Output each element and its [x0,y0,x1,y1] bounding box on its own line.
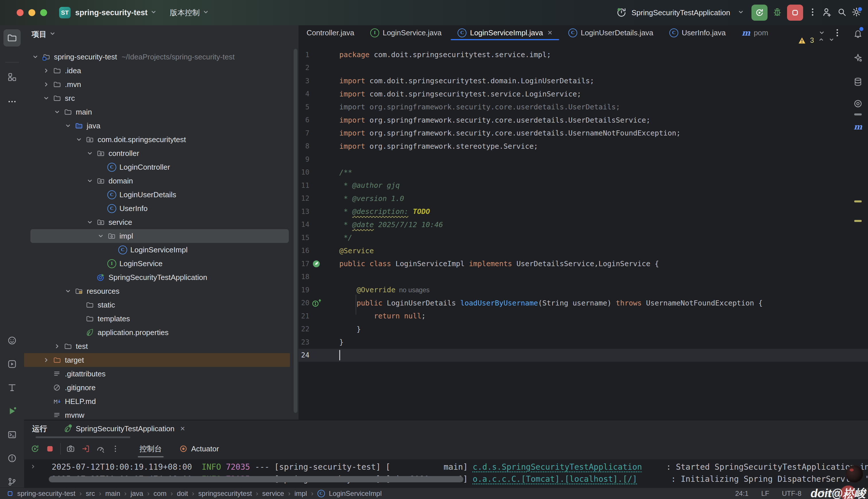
tab-actuator[interactable]: Actuator [179,445,219,453]
project-menu[interactable]: spring-security-test [75,8,148,17]
code-line-2[interactable]: 2 [298,61,868,75]
settings-button[interactable] [851,7,862,19]
breadcrumb-item[interactable]: impl [295,489,307,498]
run-configuration-selector[interactable]: SpringSecurityTestApplication [632,8,730,17]
tree-row-.idea[interactable]: .idea [24,64,298,77]
breadcrumb-item[interactable]: doit [177,489,188,498]
tab-LoginServiceImpl.java[interactable]: CLoginServiceImpl.java× [449,25,560,40]
bean-gutter-icon[interactable] [312,259,325,268]
add-user-button[interactable] [822,7,832,19]
console-output[interactable]: 2025-07-12T10:00:19.119+08:00 INFO 72035… [24,459,868,488]
breadcrumb-item[interactable]: com [153,489,166,498]
project-folder-icon[interactable] [3,29,21,47]
code-line-4[interactable]: 4import com.doit.springsecuritytest.serv… [298,88,868,101]
tab-Controller.java[interactable]: Controller.java [298,25,362,40]
chevron-down-icon[interactable] [76,136,86,143]
breadcrumb-item[interactable]: main [106,489,120,498]
tree-row-HELP.md[interactable]: HELP.md [24,394,298,408]
tree-row-mvnw[interactable]: mvnw [24,408,298,420]
inspection-widget[interactable]: 3 [798,36,835,45]
vcs-menu[interactable]: 版本控制 [170,8,200,18]
rerun-run-button[interactable] [752,4,768,21]
next-issue-icon[interactable] [828,36,835,45]
tree-row-resources[interactable]: resources [24,284,298,298]
prev-issue-icon[interactable] [818,36,824,45]
ai-chat-icon[interactable] [3,332,21,349]
code-line-15[interactable]: 15 */ [298,231,868,244]
tree-row-spring-security-test[interactable]: spring-security-test~/IdeaProjects/sprin… [24,50,298,64]
error-stripe-mark[interactable] [854,113,862,115]
tree-row-LoginService[interactable]: ILoginService [24,257,298,270]
close-icon[interactable]: × [548,28,552,37]
tree-row-static[interactable]: static [24,298,298,312]
code-line-18[interactable]: 18 [298,270,868,284]
kebab-icon[interactable] [808,7,818,18]
code-line-3[interactable]: 3import com.doit.springsecuritytest.doma… [298,74,868,88]
rerun-green-icon[interactable] [29,442,41,455]
camera-icon[interactable] [64,442,77,455]
run-tool-icon[interactable] [3,403,21,420]
tree-row-main[interactable]: main [24,105,298,119]
breadcrumb-item[interactable]: springsecuritytest [198,489,252,498]
tree-row-SpringSecurityTestApplication[interactable]: SpringSecurityTestApplication [24,270,298,284]
tree-row-impl[interactable]: impl [30,229,289,243]
breadcrumb[interactable]: spring-security-test›src›main›java›com›d… [7,489,382,498]
code-line-9[interactable]: 9 [298,153,868,166]
tree-row-domain[interactable]: domain [24,174,298,188]
code-line-1[interactable]: 1package com.doit.springsecuritytest.ser… [298,48,868,61]
tree-row-LoginServiceImpl[interactable]: CLoginServiceImpl [24,243,298,257]
notifications-bell-icon[interactable] [851,26,865,41]
kebab-gray-icon[interactable] [109,442,122,455]
run-tab[interactable]: SpringSecurityTestApplication × [63,424,185,433]
exit-icon[interactable] [79,442,92,455]
close-window-button[interactable] [17,9,24,16]
chevron-down-icon[interactable] [32,54,42,60]
problems-icon[interactable] [3,450,21,467]
code-line-13[interactable]: 13 * @description: TODO [298,205,868,218]
chevron-down-icon[interactable] [43,95,53,101]
line-separator[interactable]: LF [761,489,769,498]
chevron-down-icon[interactable] [87,178,97,184]
code-line-12[interactable]: 12 * @version 1.0 [298,192,868,205]
tree-row-LoginController[interactable]: CLoginController [24,160,298,174]
caret-position[interactable]: 24:1 [735,489,748,498]
code-editor[interactable]: 1package com.doit.springsecuritytest.ser… [298,40,868,420]
tree-row-application.properties[interactable]: application.properties [24,326,298,339]
code-line-19[interactable]: 19 @Override no usages [298,283,868,296]
dependencies-icon[interactable] [851,96,865,111]
maximize-window-button[interactable] [40,9,47,16]
endpoints-icon[interactable] [3,379,21,396]
error-stripe-mark[interactable] [854,220,862,222]
more-icon[interactable] [3,93,21,110]
tab-console[interactable]: 控制台 [138,441,164,456]
project-avatar[interactable]: ST [59,7,71,19]
tree-row-controller[interactable]: controller [24,146,298,160]
structure-icon[interactable] [3,68,21,86]
code-line-6[interactable]: 6import org.springframework.security.cor… [298,114,868,127]
maven-icon[interactable]: m [851,120,865,134]
tree-row-.gitattributes[interactable]: .gitattributes [24,367,298,381]
error-stripe-mark[interactable] [854,200,862,203]
tab-pom[interactable]: mpom [734,25,776,40]
chevron-right-icon[interactable] [43,68,53,74]
tab-UserInfo.java[interactable]: CUserInfo.java [661,25,734,40]
chevron-down-icon[interactable] [98,233,107,239]
tree-row-.mvn[interactable]: .mvn [24,77,298,91]
minimize-window-button[interactable] [28,9,35,16]
code-line-10[interactable]: 10/** [298,166,868,179]
code-line-16[interactable]: 16@Service [298,244,868,257]
tree-row-LoginUserDetails[interactable]: CLoginUserDetails [24,188,298,202]
tree-row-test[interactable]: test [24,339,298,353]
code-line-20[interactable]: 20 public LoginUserDetails loadUserByUse… [298,296,868,310]
tab-LoginService.java[interactable]: ILoginService.java [362,25,449,40]
code-line-5[interactable]: 5import org.springframework.security.cor… [298,100,868,114]
stop-button[interactable] [787,4,803,21]
tree-row-.gitignore[interactable]: .gitignore [24,381,298,394]
stop-red-icon[interactable] [44,442,56,455]
tree-row-java[interactable]: java [24,119,298,133]
database-icon[interactable] [851,75,865,89]
project-panel-header[interactable]: 项目 [32,29,56,39]
horizontal-scrollbar[interactable] [49,476,463,482]
code-line-17[interactable]: 17public class LoginServiceImpl implemen… [298,257,868,270]
gauge-icon[interactable] [94,442,107,455]
